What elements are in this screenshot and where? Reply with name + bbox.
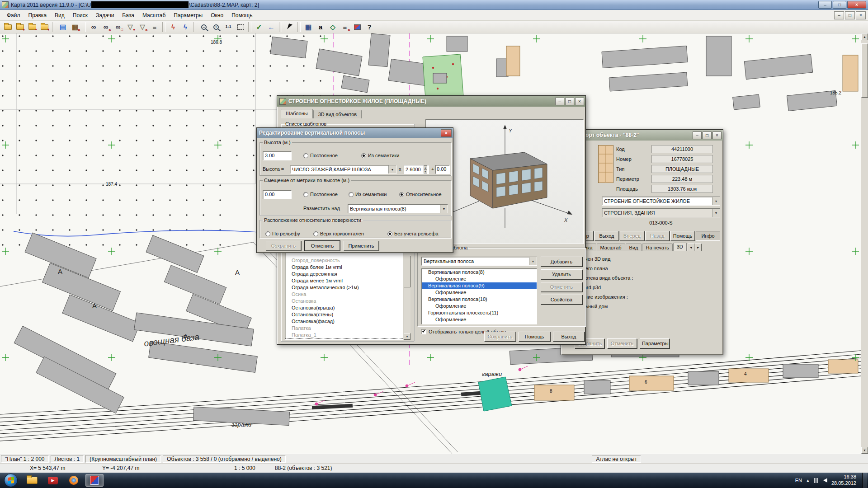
close-icon[interactable]: × [847,1,866,9]
element-item[interactable]: Оформление [422,289,537,296]
dialog-edit-titlebar[interactable]: Редактирование вертикальной полосы × [257,128,453,138]
tray-expand-icon[interactable]: ▲ [806,479,810,483]
save-button[interactable]: Сохранить [484,332,516,342]
open-recent-button[interactable]: ▾ [38,22,50,33]
element-type-combo[interactable]: Вертикальная полоса [421,257,537,266]
passport-nav-button[interactable]: Выход [594,231,619,241]
element-item[interactable]: Вертикальная полоса(9) [422,282,537,289]
select-marked-button[interactable]: ≡ [149,22,160,33]
radio-surface-ignore[interactable]: Без учета рельефа [387,231,439,236]
menu-item[interactable]: Помощь [227,11,256,20]
chevron-down-icon[interactable] [440,205,448,213]
place-over-combo[interactable]: Вертикальная полоса(8) [348,204,448,213]
scroll-down-icon[interactable]: ▼ [861,447,868,454]
open-database-button[interactable]: + [26,22,38,33]
element-item[interactable]: Оформление [422,303,537,310]
zoom-out-button[interactable]: − [198,22,210,33]
close-icon[interactable]: × [712,131,722,139]
object-name-combo[interactable]: СТРОЕНИЕ ОГНЕСТОЙКОЕ ЖИЛОЕ [602,197,720,206]
chevron-down-icon[interactable] [388,165,396,174]
chevron-down-icon[interactable] [529,257,537,265]
elements-list[interactable]: Вертикальная полоса(8)ОформлениеВертикал… [421,268,537,324]
mdi-minimize-icon[interactable]: – [834,11,844,19]
offset-input[interactable]: 0.00 [263,190,292,199]
volume-icon[interactable] [823,478,827,483]
cancel-button[interactable]: Отменить [541,282,582,292]
exit-button[interactable]: Выход [553,332,585,342]
open-atlas-button[interactable]: ● [14,22,26,33]
close-icon[interactable]: × [575,98,584,105]
minimize-icon[interactable]: – [818,1,832,9]
template-item[interactable]: Остановка [285,298,403,305]
karta-taskbar-button[interactable] [85,474,104,487]
maximize-icon[interactable]: □ [703,131,712,139]
template-item[interactable]: Ограда менее 1м vrml [285,277,403,284]
passport-nav-button[interactable]: Назад [645,231,670,241]
zoom-area-button[interactable] [235,22,246,33]
spinner-arrows[interactable] [422,165,429,174]
object-table-button[interactable]: ▦ [302,22,314,33]
polygon-tool-button[interactable]: ◇ [327,22,339,33]
help-mode-button[interactable]: ? [363,22,375,33]
show-desktop-button[interactable] [862,473,867,488]
menu-item[interactable]: База [118,11,138,20]
browser-taskbar-button[interactable] [65,474,83,487]
template-item[interactable]: Осина [285,291,403,298]
menu-item[interactable]: Задачи [92,11,118,20]
accept-button[interactable]: ✓ [253,22,265,33]
template-item[interactable]: Палатка_1 [285,332,403,338]
radio-height-semantic[interactable]: Из семантики [361,153,400,158]
zoom-actual-button[interactable]: 1:1 [222,22,234,33]
apply-button[interactable]: Применить [344,241,379,251]
maximize-icon[interactable]: □ [833,1,846,9]
find-by-name-button[interactable]: ∞a [100,22,112,33]
passport-nav-button[interactable]: Вперед [620,231,644,241]
language-indicator[interactable]: EN [795,478,802,483]
undo-button[interactable]: ← [265,22,277,33]
pointer-button[interactable] [284,22,296,33]
radio-offset-constant[interactable]: Постоянное [303,192,338,197]
maximize-icon[interactable]: □ [565,98,574,105]
template-item[interactable]: Огород_поверхность [285,257,403,264]
chevron-down-icon[interactable] [712,209,720,217]
text-list-button[interactable]: ≡a [339,22,351,33]
find-object-button[interactable]: ∞ [88,22,99,33]
map-layers-button[interactable]: ▤ [57,22,69,33]
radio-offset-semantic[interactable]: Из семантики [349,192,387,197]
radio-surface-relief[interactable]: По рельефу [265,231,300,236]
passport-tab[interactable]: Вид [626,244,642,251]
template-item[interactable]: Ограда более 1м vrml [285,264,403,271]
properties-button[interactable]: Свойства [541,295,582,305]
select-by-list-button[interactable]: ▽a [137,22,148,33]
delete-button[interactable]: Удалить [541,269,582,279]
passport-tab[interactable]: Масштаб [597,244,625,251]
mdi-close-icon[interactable]: × [856,11,866,19]
menu-item[interactable]: Правка [24,11,51,20]
template-item[interactable]: Остановка(фасад) [285,318,403,325]
scrollbar-thumb[interactable] [404,256,410,287]
menu-item[interactable]: Окно [207,11,227,20]
scroll-up-icon[interactable]: ▲ [861,33,868,40]
template-item[interactable]: Остановка(крыша) [285,305,403,311]
element-item[interactable]: Вертикальная полоса(8) [422,269,537,276]
template-item[interactable]: Палатка [285,325,403,332]
menu-item[interactable]: Поиск [69,11,92,20]
template-item[interactable]: Ограда деревянная [285,271,403,277]
radio-height-constant[interactable]: Постоянное [303,153,338,158]
passport-nav-button[interactable]: Инфо [696,231,720,241]
height-input[interactable]: 3.00 [263,151,292,160]
template-item[interactable]: Ограда металлическая (>1м) [285,284,403,291]
menu-item[interactable]: Параметры [170,11,207,20]
tab[interactable]: Шаблоны [281,109,313,118]
radio-surface-horizontal[interactable]: Верх горизонтален [313,231,364,236]
find-express-button[interactable]: ϟ [167,22,179,33]
dialog-3d-titlebar[interactable]: СТРОЕНИЕ ОГНЕСТОЙКОЕ ЖИЛОЕ (ПЛОЩАДНЫЕ) –… [277,96,585,107]
template-item[interactable]: Остановка(стены) [285,311,403,318]
save-button[interactable]: Сохранить [266,241,301,251]
map-legend-button[interactable]: ▦a [69,22,81,33]
explorer-taskbar-button[interactable] [23,474,41,487]
painter-button[interactable] [351,22,363,33]
template-item[interactable]: Панельный дом [285,338,403,340]
main-titlebar[interactable]: Карта 2011 версия 11.9.0 - [C:\U \Cadast… [0,0,868,10]
chevron-down-icon[interactable] [712,197,720,205]
